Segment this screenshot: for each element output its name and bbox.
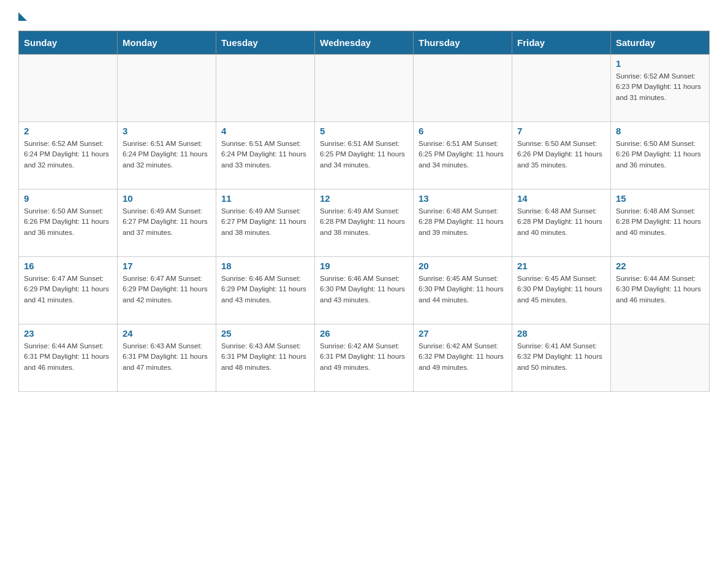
day-number: 17 bbox=[123, 261, 211, 271]
calendar-day-cell bbox=[118, 55, 216, 122]
calendar-day-cell bbox=[512, 55, 611, 122]
calendar-day-cell: 17Sunrise: 6:47 AM Sunset: 6:29 PM Dayli… bbox=[118, 257, 216, 324]
calendar-day-cell: 15Sunrise: 6:48 AM Sunset: 6:28 PM Dayli… bbox=[611, 190, 710, 257]
calendar-day-cell: 3Sunrise: 6:51 AM Sunset: 6:24 PM Daylig… bbox=[118, 122, 216, 190]
day-info: Sunrise: 6:44 AM Sunset: 6:30 PM Dayligh… bbox=[616, 274, 704, 305]
day-info: Sunrise: 6:47 AM Sunset: 6:29 PM Dayligh… bbox=[24, 274, 112, 305]
calendar-day-cell bbox=[414, 55, 512, 122]
day-number: 5 bbox=[320, 126, 408, 136]
day-number: 25 bbox=[221, 328, 309, 339]
day-info: Sunrise: 6:49 AM Sunset: 6:27 PM Dayligh… bbox=[123, 206, 211, 238]
calendar-day-cell bbox=[611, 324, 710, 392]
calendar-day-cell: 1Sunrise: 6:52 AM Sunset: 6:23 PM Daylig… bbox=[611, 55, 710, 122]
calendar-day-cell: 6Sunrise: 6:51 AM Sunset: 6:25 PM Daylig… bbox=[414, 122, 512, 190]
day-of-week-header: Wednesday bbox=[315, 31, 414, 55]
day-info: Sunrise: 6:41 AM Sunset: 6:32 PM Dayligh… bbox=[517, 341, 605, 373]
calendar-day-cell: 13Sunrise: 6:48 AM Sunset: 6:28 PM Dayli… bbox=[414, 190, 512, 257]
day-number: 7 bbox=[517, 126, 605, 136]
calendar-day-cell: 4Sunrise: 6:51 AM Sunset: 6:24 PM Daylig… bbox=[216, 122, 315, 190]
day-number: 13 bbox=[419, 193, 507, 204]
day-of-week-header: Thursday bbox=[414, 31, 512, 55]
day-info: Sunrise: 6:48 AM Sunset: 6:28 PM Dayligh… bbox=[616, 206, 704, 238]
day-info: Sunrise: 6:48 AM Sunset: 6:28 PM Dayligh… bbox=[419, 206, 507, 238]
day-number: 10 bbox=[123, 193, 211, 204]
day-number: 14 bbox=[517, 193, 605, 204]
calendar-day-cell: 14Sunrise: 6:48 AM Sunset: 6:28 PM Dayli… bbox=[512, 190, 611, 257]
day-info: Sunrise: 6:44 AM Sunset: 6:31 PM Dayligh… bbox=[24, 341, 112, 373]
calendar-day-cell: 22Sunrise: 6:44 AM Sunset: 6:30 PM Dayli… bbox=[611, 257, 710, 324]
day-info: Sunrise: 6:51 AM Sunset: 6:24 PM Dayligh… bbox=[123, 139, 211, 170]
day-of-week-header: Tuesday bbox=[216, 31, 315, 55]
day-info: Sunrise: 6:43 AM Sunset: 6:31 PM Dayligh… bbox=[221, 341, 309, 373]
calendar-table: SundayMondayTuesdayWednesdayThursdayFrid… bbox=[18, 31, 710, 392]
day-info: Sunrise: 6:50 AM Sunset: 6:26 PM Dayligh… bbox=[517, 139, 605, 170]
day-of-week-header: Monday bbox=[118, 31, 216, 55]
day-info: Sunrise: 6:46 AM Sunset: 6:30 PM Dayligh… bbox=[320, 274, 408, 305]
day-info: Sunrise: 6:50 AM Sunset: 6:26 PM Dayligh… bbox=[24, 206, 112, 238]
calendar-day-cell: 20Sunrise: 6:45 AM Sunset: 6:30 PM Dayli… bbox=[414, 257, 512, 324]
day-info: Sunrise: 6:50 AM Sunset: 6:26 PM Dayligh… bbox=[616, 139, 704, 170]
day-info: Sunrise: 6:52 AM Sunset: 6:24 PM Dayligh… bbox=[24, 139, 112, 170]
calendar-day-cell bbox=[19, 55, 118, 122]
calendar-day-cell: 10Sunrise: 6:49 AM Sunset: 6:27 PM Dayli… bbox=[118, 190, 216, 257]
day-number: 19 bbox=[320, 261, 408, 271]
calendar-header-row: SundayMondayTuesdayWednesdayThursdayFrid… bbox=[19, 31, 710, 55]
calendar-day-cell: 8Sunrise: 6:50 AM Sunset: 6:26 PM Daylig… bbox=[611, 122, 710, 190]
day-number: 16 bbox=[24, 261, 112, 271]
calendar-day-cell: 21Sunrise: 6:45 AM Sunset: 6:30 PM Dayli… bbox=[512, 257, 611, 324]
calendar-day-cell: 23Sunrise: 6:44 AM Sunset: 6:31 PM Dayli… bbox=[19, 324, 118, 392]
day-number: 1 bbox=[616, 58, 704, 69]
calendar-day-cell: 19Sunrise: 6:46 AM Sunset: 6:30 PM Dayli… bbox=[315, 257, 414, 324]
day-info: Sunrise: 6:48 AM Sunset: 6:28 PM Dayligh… bbox=[517, 206, 605, 238]
calendar-day-cell: 28Sunrise: 6:41 AM Sunset: 6:32 PM Dayli… bbox=[512, 324, 611, 392]
day-of-week-header: Sunday bbox=[19, 31, 118, 55]
day-number: 18 bbox=[221, 261, 309, 271]
day-number: 9 bbox=[24, 193, 112, 204]
day-of-week-header: Friday bbox=[512, 31, 611, 55]
day-number: 2 bbox=[24, 126, 112, 136]
calendar-day-cell: 5Sunrise: 6:51 AM Sunset: 6:25 PM Daylig… bbox=[315, 122, 414, 190]
calendar-day-cell bbox=[315, 55, 414, 122]
page-header bbox=[18, 12, 710, 18]
day-number: 22 bbox=[616, 261, 704, 271]
calendar-day-cell: 12Sunrise: 6:49 AM Sunset: 6:28 PM Dayli… bbox=[315, 190, 414, 257]
day-number: 27 bbox=[419, 328, 507, 339]
day-number: 23 bbox=[24, 328, 112, 339]
calendar-day-cell: 25Sunrise: 6:43 AM Sunset: 6:31 PM Dayli… bbox=[216, 324, 315, 392]
calendar-day-cell: 2Sunrise: 6:52 AM Sunset: 6:24 PM Daylig… bbox=[19, 122, 118, 190]
day-info: Sunrise: 6:47 AM Sunset: 6:29 PM Dayligh… bbox=[123, 274, 211, 305]
day-number: 15 bbox=[616, 193, 704, 204]
calendar-week-row: 9Sunrise: 6:50 AM Sunset: 6:26 PM Daylig… bbox=[19, 190, 710, 257]
day-number: 26 bbox=[320, 328, 408, 339]
calendar-day-cell: 26Sunrise: 6:42 AM Sunset: 6:31 PM Dayli… bbox=[315, 324, 414, 392]
calendar-day-cell bbox=[216, 55, 315, 122]
logo-arrow-icon bbox=[18, 12, 27, 21]
day-info: Sunrise: 6:42 AM Sunset: 6:32 PM Dayligh… bbox=[419, 341, 507, 373]
day-number: 8 bbox=[616, 126, 704, 136]
day-number: 11 bbox=[221, 193, 309, 204]
day-info: Sunrise: 6:42 AM Sunset: 6:31 PM Dayligh… bbox=[320, 341, 408, 373]
day-number: 20 bbox=[419, 261, 507, 271]
calendar-week-row: 1Sunrise: 6:52 AM Sunset: 6:23 PM Daylig… bbox=[19, 55, 710, 122]
calendar-day-cell: 18Sunrise: 6:46 AM Sunset: 6:29 PM Dayli… bbox=[216, 257, 315, 324]
calendar-week-row: 16Sunrise: 6:47 AM Sunset: 6:29 PM Dayli… bbox=[19, 257, 710, 324]
day-number: 3 bbox=[123, 126, 211, 136]
day-info: Sunrise: 6:51 AM Sunset: 6:24 PM Dayligh… bbox=[221, 139, 309, 170]
day-of-week-header: Saturday bbox=[611, 31, 710, 55]
calendar-day-cell: 24Sunrise: 6:43 AM Sunset: 6:31 PM Dayli… bbox=[118, 324, 216, 392]
calendar-day-cell: 9Sunrise: 6:50 AM Sunset: 6:26 PM Daylig… bbox=[19, 190, 118, 257]
calendar-day-cell: 11Sunrise: 6:49 AM Sunset: 6:27 PM Dayli… bbox=[216, 190, 315, 257]
day-info: Sunrise: 6:45 AM Sunset: 6:30 PM Dayligh… bbox=[517, 274, 605, 305]
day-info: Sunrise: 6:46 AM Sunset: 6:29 PM Dayligh… bbox=[221, 274, 309, 305]
calendar-day-cell: 16Sunrise: 6:47 AM Sunset: 6:29 PM Dayli… bbox=[19, 257, 118, 324]
day-info: Sunrise: 6:49 AM Sunset: 6:27 PM Dayligh… bbox=[221, 206, 309, 238]
day-number: 12 bbox=[320, 193, 408, 204]
day-number: 21 bbox=[517, 261, 605, 271]
day-info: Sunrise: 6:51 AM Sunset: 6:25 PM Dayligh… bbox=[419, 139, 507, 170]
logo bbox=[18, 12, 27, 18]
day-info: Sunrise: 6:52 AM Sunset: 6:23 PM Dayligh… bbox=[616, 71, 704, 103]
day-info: Sunrise: 6:49 AM Sunset: 6:28 PM Dayligh… bbox=[320, 206, 408, 238]
day-number: 24 bbox=[123, 328, 211, 339]
day-info: Sunrise: 6:43 AM Sunset: 6:31 PM Dayligh… bbox=[123, 341, 211, 373]
day-info: Sunrise: 6:51 AM Sunset: 6:25 PM Dayligh… bbox=[320, 139, 408, 170]
